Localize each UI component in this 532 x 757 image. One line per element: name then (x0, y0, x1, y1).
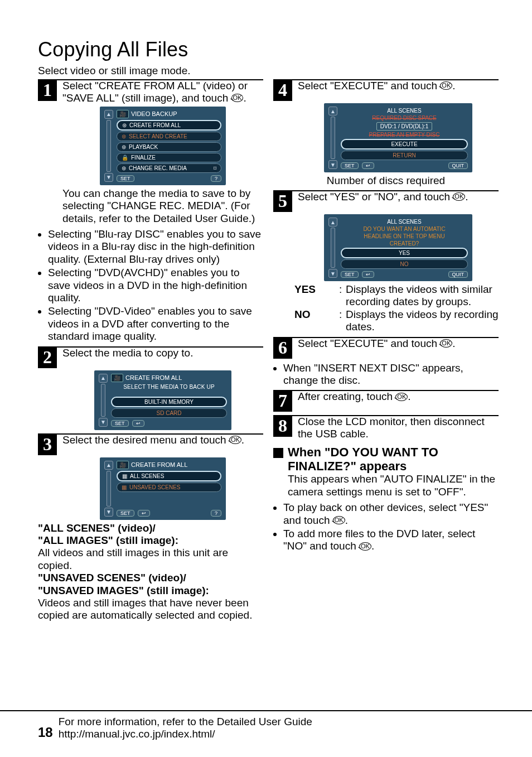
set-pill: SET (341, 162, 359, 169)
step-2: 2 Select the media to copy to. (38, 347, 263, 368)
text: . (452, 80, 455, 91)
bullet-list: Selecting "Blu-ray DISC" enables you to … (38, 228, 263, 343)
up-arrow-icon: ▲ (104, 110, 113, 119)
page-number: 18 (38, 725, 53, 740)
back-pill: ↩ (362, 271, 374, 278)
lcd-screen-1: ▲ ▼ 🎥VIDEO BACKUP ⊛CREATE FROM ALL ⊛SELE… (100, 107, 226, 185)
down-arrow-icon: ▼ (328, 269, 337, 278)
scroll-arrows: ▲▼ (328, 218, 337, 278)
set-pill: SET (117, 175, 134, 182)
down-arrow-icon: ▼ (328, 160, 337, 169)
key: YES (294, 283, 339, 308)
step-4: 4 Select "EXECUTE" and touch OK. (273, 80, 499, 101)
footer-line-2: http://manual.jvc.co.jp/index.html/ (59, 728, 215, 740)
menu-item: EXECUTE (341, 139, 468, 150)
step-number: 8 (273, 416, 292, 437)
lcd-header: VIDEO BACKUP (131, 110, 177, 117)
menu-item: YES (341, 248, 468, 258)
ok-icon: OK (440, 81, 452, 90)
disc-icon: ⊛ (122, 133, 126, 139)
video-tab-icon: 🎥 (117, 110, 129, 118)
up-arrow-icon: ▲ (99, 374, 108, 383)
text: . (465, 191, 468, 202)
down-arrow-icon: ▼ (104, 508, 113, 517)
menu-item: ⊛PLAYBACK (117, 142, 221, 152)
step-number: 5 (273, 191, 292, 212)
lcd-title: ALL SCENES (341, 219, 468, 225)
text: Select "EXECUTE" and touch (298, 337, 440, 349)
sub-title: When "DO YOU WANT TO FINALIZE?" appears (288, 446, 499, 473)
menu-item: ▦ALL SCENES (117, 471, 221, 481)
definition-block: "ALL SCENES" (video)/ "ALL IMAGES" (stil… (38, 522, 263, 622)
scroll-arrows: ▲▼ (328, 107, 337, 169)
lcd-screen-5: ▲▼ ALL SCENES DO YOU WANT AN AUTOMATIC H… (324, 214, 472, 281)
ok-icon: OK (395, 393, 408, 401)
label: NO (400, 261, 409, 267)
set-pill: SET (341, 271, 359, 278)
bullet-item: When "INSERT NEXT DISC" appears, change … (283, 362, 499, 387)
step-3: 3 Select the desired menu and touch OK. (38, 434, 263, 455)
ok-icon: OK (229, 436, 241, 444)
right-column: 4 Select "EXECUTE" and touch OK. ▲▼ ALL … (273, 76, 499, 622)
label: SD CARD (156, 410, 181, 416)
yes-row: YES: Displays the videos with similar re… (294, 283, 499, 308)
page-title: Copying All Files (38, 38, 499, 61)
set-pill: SET (117, 510, 134, 517)
label: FINALIZE (131, 155, 156, 161)
menu-item: ⊛CHANGE REC. MEDIA⌑ (117, 163, 221, 173)
intro-text: Select video or still image mode. (38, 65, 499, 77)
help-pill: ? (211, 510, 221, 517)
step-8: 8 Close the LCD monitor, then disconnect… (273, 416, 499, 440)
lcd-line: REQUIRED DISC SPACE (341, 115, 468, 121)
text: . (408, 390, 410, 402)
quit-pill: QUIT (448, 162, 468, 169)
scroll-arrows: ▲▼ (104, 461, 113, 517)
play-icon: ⊛ (122, 144, 126, 150)
text: Select "EXECUTE" and touch (298, 80, 440, 91)
left-column: 1 Select "CREATE FROM ALL" (video) or "S… (38, 76, 263, 622)
lcd-line: PREPARE AN EMPTY DISC (341, 132, 468, 138)
note-text: You can change the media to save to by s… (62, 187, 263, 225)
step-number: 6 (273, 337, 292, 359)
bullet-item: Selecting "DVD-Video" enables you to sav… (48, 305, 263, 343)
scroll-arrows: ▲ ▼ (104, 110, 113, 182)
lock-icon: 🔒 (122, 155, 128, 161)
video-tab-icon: 🎥 (111, 374, 123, 382)
set-pill: SET (111, 420, 129, 427)
bullet-list: To play back on other devices, select "Y… (273, 502, 499, 553)
step-number: 3 (38, 434, 57, 455)
step-text: Select "CREATE FROM ALL" (video) or "SAV… (62, 80, 263, 104)
step-number: 7 (273, 390, 292, 412)
lcd-msg: DO YOU WANT AN AUTOMATIC (341, 226, 468, 232)
ok-icon: OK (440, 339, 452, 348)
step-number: 2 (38, 347, 57, 368)
text: . (371, 540, 374, 552)
up-arrow-icon: ▲ (328, 107, 337, 115)
no-row: NO: Displays the videos by recording dat… (294, 308, 499, 334)
def-heading: "ALL SCENES" (video)/ (38, 522, 156, 534)
step-text: Select "EXECUTE" and touch OK. (298, 337, 456, 350)
square-bullet-icon (273, 448, 283, 458)
text: . (243, 92, 246, 104)
down-arrow-icon: ▼ (104, 173, 113, 182)
step-6: 6 Select "EXECUTE" and touch OK. (273, 337, 499, 359)
ok-icon: OK (453, 192, 465, 201)
menu-item: NO (341, 259, 468, 269)
text: To add more files to the DVD later, sele… (283, 528, 475, 552)
dvd-count-box: DVD:1 / DVD(DL):1 (376, 122, 433, 131)
lcd-message: SELECT THE MEDIA TO BACK UP (111, 384, 227, 390)
value: Displays the videos by recording dates. (346, 308, 499, 334)
scenes-icon: ▦ (122, 473, 127, 479)
text: After creating, touch (298, 390, 395, 402)
footer-line-1: For more information, refer to the Detai… (59, 716, 312, 727)
value: Displays the videos with similar recordi… (346, 283, 499, 308)
text: Select "CREATE FROM ALL" (video) or "SAV… (62, 80, 248, 104)
caption: Number of discs required (273, 175, 499, 187)
step-text: Close the LCD monitor, then disconnect t… (298, 416, 499, 440)
step-number: 1 (38, 80, 57, 101)
lcd-screen-3: ▲▼ 🎥CREATE FROM ALL ▦ALL SCENES ▦UNSAVED… (100, 457, 226, 520)
text: . (241, 434, 244, 446)
bullet-item: To add more files to the DVD later, sele… (283, 528, 499, 553)
def-heading: "ALL IMAGES" (still image): (38, 534, 178, 546)
step-5: 5 Select "YES" or "NO", and touch OK. (273, 191, 499, 212)
